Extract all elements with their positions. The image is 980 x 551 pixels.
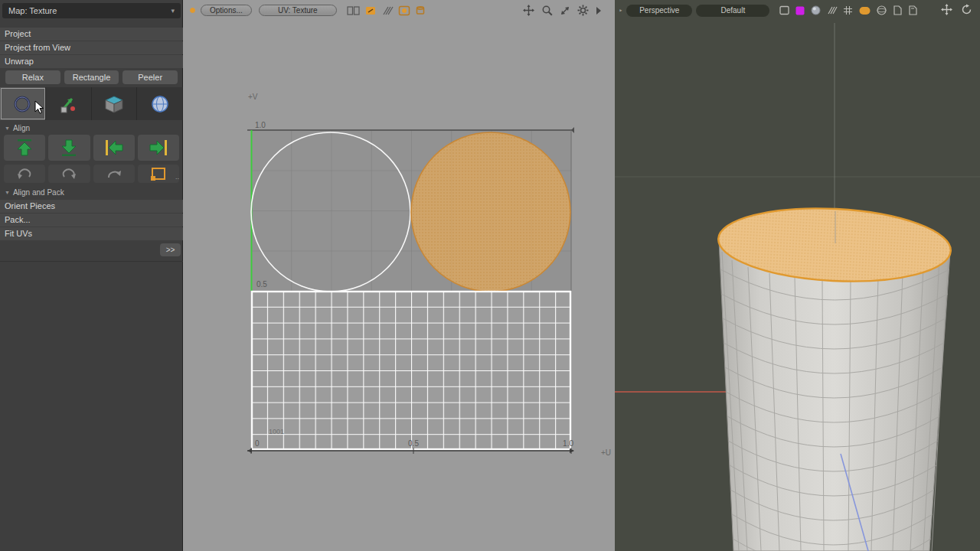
uv-overlay-toggle-icon[interactable] xyxy=(364,5,377,16)
viewport-display-toggles xyxy=(779,5,918,16)
align-top-arrow-icon xyxy=(11,137,38,158)
uv-tools-panel: Map: Texture ▾ Project Project from View… xyxy=(0,0,183,551)
tick-u-05: 0.5 xyxy=(408,439,419,448)
viewport-canvas[interactable] xyxy=(615,0,980,551)
uv-tool-buttons: Relax Rectangle Peeler xyxy=(0,70,183,84)
command-project-from-view[interactable]: Project from View xyxy=(0,41,183,54)
rotate-ccw-icon xyxy=(13,166,36,181)
uv-map-dropdown-label: UV: Texture xyxy=(278,6,318,15)
options-button-label: Options... xyxy=(210,6,243,15)
pack-region-button[interactable] xyxy=(138,165,179,183)
align-and-pack-title: Align and Pack xyxy=(13,188,64,197)
command-project[interactable]: Project xyxy=(0,28,183,41)
pan-icon[interactable] xyxy=(941,4,952,15)
tick-v-1: 1.0 xyxy=(255,121,266,129)
stripes-toggle-icon[interactable] xyxy=(381,5,394,16)
command-fit-uvs[interactable]: Fit UVs xyxy=(0,227,183,240)
align-overflow-dots[interactable]: .. xyxy=(175,173,179,181)
uv-view-controls xyxy=(523,5,602,16)
shading-mode-dropdown[interactable]: Default xyxy=(696,5,769,17)
front-page-icon[interactable] xyxy=(892,5,903,16)
grid-icon[interactable] xyxy=(842,5,854,16)
sphere-projection-tool-button[interactable] xyxy=(137,87,183,120)
matcap-sphere-icon[interactable] xyxy=(810,5,822,16)
cylinder-toggle-icon[interactable] xyxy=(415,5,426,16)
projection-circle-icon xyxy=(9,93,35,116)
unwrap-tool-button[interactable] xyxy=(46,87,92,120)
peeler-button[interactable]: Peeler xyxy=(122,70,178,84)
uv-island-orange[interactable] xyxy=(411,132,570,292)
pack-region-icon xyxy=(147,166,170,181)
viewport-3d-pane: ‣ Perspective Default xyxy=(615,0,980,551)
unwrap-tool-icon xyxy=(55,93,81,116)
zoom-icon[interactable] xyxy=(541,5,553,16)
rotate-cw-icon xyxy=(57,166,80,181)
align-left-arrow-icon xyxy=(101,137,127,158)
command-unwrap[interactable]: Unwrap xyxy=(0,55,183,68)
settings-gear-icon[interactable] xyxy=(577,5,589,16)
align-top-button[interactable] xyxy=(4,135,45,161)
uv-canvas[interactable]: +V 1.0 0.5 0 0.5 1.0 +U 1001 xyxy=(183,21,615,551)
image-toggle-icon[interactable] xyxy=(398,5,410,16)
tick-u-0: 0 xyxy=(255,439,260,448)
uv-editor-toolbar: Options... UV: Texture xyxy=(183,0,615,21)
map-dropdown[interactable]: Map: Texture ▾ xyxy=(2,3,181,18)
align-right-arrow-icon xyxy=(145,137,172,158)
disclosure-triangle-icon: ▼ xyxy=(5,190,10,195)
panel-divider xyxy=(0,261,183,262)
tick-u-1: 1.0 xyxy=(563,439,573,448)
back-page-icon[interactable] xyxy=(907,5,918,16)
pan-icon[interactable] xyxy=(523,5,534,16)
command-pack[interactable]: Pack... xyxy=(0,214,183,227)
shading-mode-label: Default xyxy=(720,6,745,15)
cylinder-body[interactable] xyxy=(719,240,950,551)
uv-display-toggles xyxy=(347,5,426,16)
options-button[interactable]: Options... xyxy=(201,5,252,16)
cube-icon xyxy=(101,93,127,116)
rotate-cw-button[interactable] xyxy=(48,165,90,183)
align-section-title: Align xyxy=(13,124,30,132)
relax-button[interactable]: Relax xyxy=(5,70,60,84)
chevron-down-icon: ▾ xyxy=(171,7,175,15)
reset-view-icon[interactable] xyxy=(961,4,972,15)
uv-texture-preview xyxy=(251,291,571,450)
rotate-ccw-button[interactable] xyxy=(4,165,45,183)
align-bottom-button[interactable] xyxy=(48,135,90,161)
rotate-buttons-row xyxy=(0,165,183,183)
disclosure-triangle-icon: ▼ xyxy=(5,126,10,131)
maximize-icon[interactable] xyxy=(560,5,570,16)
align-right-button[interactable] xyxy=(138,135,179,161)
expand-arrow-icon[interactable] xyxy=(596,6,602,15)
sphere-outline-icon[interactable] xyxy=(876,5,887,16)
rectangle-button[interactable]: Rectangle xyxy=(64,70,119,84)
mouse-cursor xyxy=(34,100,45,114)
split-view-icon[interactable] xyxy=(347,5,360,16)
camera-mode-label: Perspective xyxy=(639,6,679,15)
map-dropdown-label: Map: Texture xyxy=(8,6,57,15)
tick-v-05: 0.5 xyxy=(256,280,267,289)
align-pack-command-list: Orient Pieces Pack... Fit UVs xyxy=(0,200,183,241)
uv-editor-pane: Options... UV: Texture xyxy=(183,0,615,551)
cube-projection-tool-button[interactable] xyxy=(92,87,138,120)
v-axis-label: +V xyxy=(248,93,258,101)
flip-icon xyxy=(103,166,126,181)
align-section-header[interactable]: ▼ Align xyxy=(0,122,183,133)
align-left-button[interactable] xyxy=(93,135,135,161)
uv-sphere-icon xyxy=(147,93,173,116)
viewport-layout-icon[interactable] xyxy=(779,5,790,16)
viewport-menu-icon[interactable]: ‣ xyxy=(619,7,622,15)
uv-map-dropdown[interactable]: UV: Texture xyxy=(259,5,337,16)
wireframe-color-swatch-icon[interactable] xyxy=(795,5,805,16)
projection-tool-row xyxy=(0,87,183,120)
align-and-pack-section-header[interactable]: ▼ Align and Pack xyxy=(0,187,183,197)
flip-button[interactable] xyxy=(93,165,135,183)
camera-mode-dropdown[interactable]: Perspective xyxy=(626,5,692,17)
stripes-icon[interactable] xyxy=(826,5,838,16)
app-window: Map: Texture ▾ Project Project from View… xyxy=(0,0,980,551)
viewport-toolbar: ‣ Perspective Default xyxy=(615,0,980,21)
command-orient-pieces[interactable]: Orient Pieces xyxy=(0,200,183,213)
align-buttons-row xyxy=(0,135,183,161)
expand-panel-button[interactable]: >> xyxy=(160,243,181,256)
active-indicator-dot-icon xyxy=(190,8,195,13)
selection-color-swatch-icon[interactable] xyxy=(858,5,871,16)
